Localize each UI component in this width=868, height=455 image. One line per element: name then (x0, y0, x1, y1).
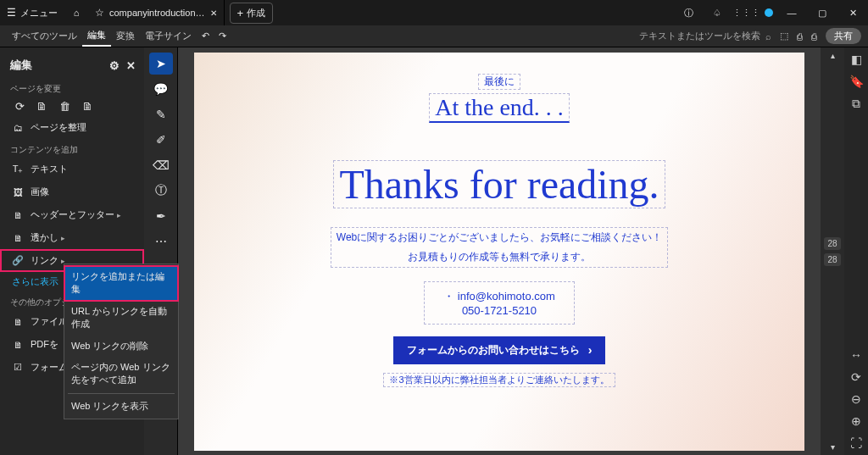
crop-page-icon[interactable]: 🗎 (82, 100, 93, 113)
undo-button[interactable]: ↶ (197, 31, 214, 42)
comment-tool[interactable]: 💬 (149, 78, 173, 100)
close-window-button[interactable]: ✕ (837, 0, 868, 25)
organize-icon: 🗂 (12, 123, 24, 133)
ctx-add-edit-link[interactable]: リンクを追加または編集 (64, 266, 178, 301)
search-icon: ⌕ (765, 31, 771, 42)
pdf-page[interactable]: 最後に At the end. . . Thanks for reading. … (194, 53, 804, 451)
ctx-delete-web[interactable]: Web リンクの削除 (64, 336, 178, 357)
draw-tool[interactable]: ✐ (149, 129, 173, 151)
panel-title: 編集 (10, 58, 32, 73)
add-text-label: テキスト (31, 163, 68, 175)
print-icon[interactable]: ⎙ (811, 31, 817, 42)
minimize-button[interactable]: — (776, 0, 807, 25)
rotate-view-icon[interactable]: ⟳ (851, 370, 861, 384)
right-rail: ◧ 🔖 ⧉ ↔ ⟳ ⊖ ⊕ ⛶ (844, 47, 868, 455)
ctx-auto-url[interactable]: URL からリンクを自動作成 (64, 301, 178, 336)
link-icon: 🔗 (12, 255, 24, 266)
copy-rail-icon[interactable]: ⧉ (852, 97, 860, 111)
text-icon: T₊ (12, 164, 24, 175)
gear-icon[interactable]: ⚙ (109, 59, 120, 72)
search-box[interactable]: テキストまたはツールを検索 ⌕ (639, 30, 771, 42)
pdf-icon: 🗎 (12, 340, 24, 350)
watermark-item[interactable]: 🗎 透かし (0, 226, 144, 249)
text-thanks[interactable]: Thanks for reading. (333, 160, 665, 208)
text-en-last[interactable]: At the end. . . (429, 93, 570, 123)
watermark-icon: 🗎 (12, 233, 24, 243)
form-icon: ☑ (12, 362, 24, 373)
text-jp-last[interactable]: 最後に (478, 74, 520, 90)
fit-width-icon[interactable]: ↔ (850, 348, 862, 362)
pdf-label: PDFを (31, 338, 58, 351)
cloud-icon[interactable]: ⎙ (797, 31, 803, 42)
link-label: リンク (31, 254, 65, 267)
ctx-show-web[interactable]: Web リンクを表示 (64, 396, 178, 417)
extract-icon[interactable]: 🗎 (36, 100, 47, 113)
menu-label: メニュー (20, 7, 58, 19)
tab-esign[interactable]: 電子サイン (140, 26, 197, 46)
notification-icon[interactable]: ♤ (707, 0, 727, 25)
scroll-up-icon[interactable]: ▴ (831, 51, 835, 60)
scroll-down-icon[interactable]: ▾ (831, 442, 835, 452)
tab-title: companyintroduction… (109, 8, 205, 18)
thanks-label: Thanks for reading. (339, 162, 659, 207)
add-image-item[interactable]: 🖼 画像 (0, 180, 144, 203)
account-avatar[interactable] (765, 8, 773, 17)
text-note[interactable]: ※3営業日以内に弊社担当者よりご連絡いたします。 (383, 373, 615, 387)
ctx-add-all-web[interactable]: ページ内の Web リンク先をすべて追加 (64, 357, 178, 391)
header-footer-item[interactable]: 🗎 ヘッダーとフッター (0, 203, 144, 226)
new-tab-button[interactable]: 作成 (230, 3, 274, 24)
section-label-content: コンテンツを追加 (0, 139, 144, 158)
bullet-icon: ・ (443, 290, 454, 302)
chevron-right-icon (588, 343, 593, 357)
share-button[interactable]: 共有 (826, 28, 861, 44)
apps-icon[interactable]: ⋮⋮⋮ (736, 0, 756, 25)
bookmark-rail-icon[interactable]: 🔖 (849, 75, 864, 88)
help-icon[interactable]: ⓘ (678, 0, 698, 25)
total-page-badge: 28 (824, 253, 840, 266)
form-label: フォーム (31, 361, 68, 374)
zoom-out-icon[interactable]: ⊖ (851, 392, 861, 406)
document-canvas[interactable]: 最後に At the end. . . Thanks for reading. … (178, 47, 821, 455)
text-description[interactable]: Webに関するお困りごとがございましたら、お気軽にご相談ください！ お見積もりの… (331, 227, 668, 268)
document-tab[interactable]: companyintroduction… (88, 0, 225, 25)
file-label: ファイル (31, 315, 68, 328)
panel-toggle-icon[interactable]: ◧ (851, 53, 862, 66)
page-indicator-strip: ▴ 28 28 ▾ (821, 47, 844, 455)
new-tab-label: 作成 (247, 7, 265, 19)
rotate-icon[interactable]: ⟳ (15, 100, 25, 113)
maximize-button[interactable]: ▢ (807, 0, 837, 25)
current-page-badge[interactable]: 28 (824, 237, 840, 250)
desc-line2: お見積もりの作成等も無料で承ります。 (337, 247, 662, 267)
panel-header: 編集 ⚙ ✕ (0, 54, 144, 78)
organize-pages-item[interactable]: 🗂 ページを整理 (0, 116, 144, 139)
page-badges: 28 28 (824, 237, 840, 266)
panel-header-icons: ⚙ ✕ (109, 59, 136, 72)
sign-tool[interactable]: ✒ (149, 205, 173, 227)
more-tools[interactable]: ⋯ (149, 230, 173, 252)
close-tab-icon[interactable] (210, 8, 217, 18)
highlight-tool[interactable]: ✎ (149, 103, 173, 125)
close-panel-icon[interactable]: ✕ (126, 59, 136, 72)
titlebar: メニュー ⌂ companyintroduction… 作成 ⓘ ♤ ⋮⋮⋮ —… (0, 0, 868, 25)
main-workspace: 編集 ⚙ ✕ ページを変更 ⟳ 🗎 🗑 🗎 🗂 ページを整理 コンテンツを追加 … (0, 47, 868, 455)
link-context-menu: リンクを追加または編集 URL からリンクを自動作成 Web リンクの削除 ペー… (64, 264, 179, 419)
text-tool[interactable]: Ⓣ (149, 180, 173, 202)
home-button[interactable]: ⌂ (64, 0, 88, 25)
fullscreen-icon[interactable]: ⛶ (850, 436, 862, 450)
zoom-in-icon[interactable]: ⊕ (851, 414, 861, 428)
save-icon[interactable]: ⬚ (780, 31, 788, 42)
contact-block[interactable]: ・ info@kohimoto.com 050-1721-5210 (424, 281, 575, 325)
cta-button[interactable]: フォームからのお問い合わせはこちら (393, 336, 606, 364)
select-tool[interactable]: ➤ (149, 53, 173, 75)
erase-tool[interactable]: ⌫ (149, 154, 173, 176)
menu-button[interactable]: メニュー (0, 0, 64, 25)
contact-email: info@kohimoto.com (458, 290, 555, 302)
add-text-item[interactable]: T₊ テキスト (0, 158, 144, 180)
tab-convert[interactable]: 変換 (111, 26, 140, 46)
tab-edit[interactable]: 編集 (82, 25, 111, 47)
redo-button[interactable]: ↷ (214, 31, 231, 42)
ctx-divider (68, 393, 175, 394)
tab-all-tools[interactable]: すべてのツール (7, 26, 82, 46)
organize-pages-label: ページを整理 (31, 121, 86, 134)
delete-page-icon[interactable]: 🗑 (59, 100, 70, 113)
